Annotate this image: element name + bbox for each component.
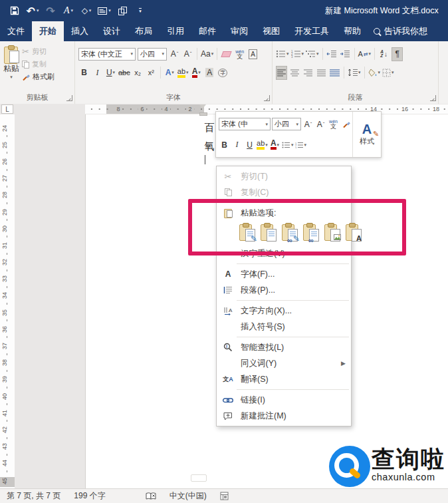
proofing-status-icon[interactable] bbox=[139, 492, 163, 500]
tab-insert[interactable]: 插入 bbox=[64, 21, 96, 41]
mini-format-painter-button[interactable] bbox=[340, 117, 352, 131]
vertical-ruler[interactable]: 2425262728293031323334353637383940414243… bbox=[0, 114, 15, 489]
enclose-characters-button[interactable]: 字 bbox=[217, 66, 229, 80]
customize-qat-icon[interactable]: ▾ bbox=[132, 3, 148, 19]
font-dialog-launcher[interactable] bbox=[264, 95, 270, 101]
align-left-button[interactable] bbox=[276, 66, 287, 80]
line-spacing-button[interactable]: ▾ bbox=[348, 66, 361, 80]
smart-lookup-icon: i bbox=[221, 343, 235, 352]
character-shading-button[interactable]: A bbox=[204, 66, 215, 80]
multilevel-list-button[interactable]: ▾ bbox=[306, 47, 319, 61]
strikethrough-button[interactable]: abc bbox=[118, 66, 130, 80]
menu-item-new-comment[interactable]: 新建批注(M) bbox=[217, 408, 351, 424]
draw-icon[interactable]: A▾ bbox=[60, 3, 76, 19]
shading-button[interactable]: ▾ bbox=[368, 66, 381, 80]
grow-font-button[interactable]: Aˆ bbox=[169, 47, 180, 61]
undo-icon[interactable]: ↶▾ bbox=[25, 3, 41, 19]
tab-references[interactable]: 引用 bbox=[160, 21, 191, 41]
decrease-indent-button[interactable] bbox=[326, 47, 338, 61]
ruler-number: 42 bbox=[0, 421, 15, 438]
mini-underline-button[interactable]: U bbox=[244, 138, 255, 152]
clipboard-dialog-launcher[interactable] bbox=[66, 95, 72, 101]
superscript-button[interactable]: x² bbox=[146, 66, 157, 80]
ruler-number: 6 bbox=[138, 104, 146, 114]
bullet-list-icon bbox=[276, 50, 286, 58]
justify-button[interactable] bbox=[316, 66, 327, 80]
tab-view[interactable]: 视图 bbox=[255, 21, 287, 41]
highlight-color-button[interactable]: ab▾ bbox=[177, 66, 189, 80]
show-hide-marks-button[interactable]: ¶ bbox=[392, 47, 403, 61]
save-icon[interactable] bbox=[7, 3, 23, 19]
font-group: 宋体 (中文正▾ 小四▾ Aˆ Aˇ Aa▾ wén文 A B I U▾ abc… bbox=[75, 41, 273, 104]
language-indicator[interactable]: 中文(中国) bbox=[163, 490, 213, 502]
word-count[interactable]: 199 个字 bbox=[67, 490, 112, 502]
increase-indent-button[interactable] bbox=[340, 47, 351, 61]
page-indicator[interactable]: 第 7 页, 共 7 页 bbox=[0, 490, 67, 502]
shapes-icon[interactable]: ◇▾ bbox=[78, 3, 94, 19]
svg-text:i: i bbox=[226, 344, 227, 349]
align-right-button[interactable] bbox=[302, 66, 314, 80]
mini-font-size-combo[interactable]: 小四▾ bbox=[272, 118, 301, 130]
mini-font-color-button[interactable]: A▾ bbox=[269, 138, 280, 152]
mini-numbering-button[interactable]: 123▾ bbox=[295, 138, 307, 152]
tab-layout[interactable]: 布局 bbox=[128, 21, 160, 41]
mini-italic-button[interactable]: I bbox=[231, 138, 243, 152]
underline-button[interactable]: U▾ bbox=[105, 66, 116, 80]
document-text[interactable]: 氧 bbox=[203, 140, 215, 153]
borders-button[interactable]: ▾ bbox=[382, 66, 394, 80]
mini-bullets-button[interactable]: ▾ bbox=[282, 138, 294, 152]
clear-formatting-button[interactable] bbox=[221, 47, 232, 61]
tab-file[interactable]: 文件 bbox=[0, 21, 32, 41]
bullets-button[interactable]: ▾ bbox=[276, 47, 289, 61]
bold-button[interactable]: B bbox=[78, 66, 90, 80]
align-center-button[interactable] bbox=[289, 66, 300, 80]
italic-button[interactable]: I bbox=[92, 66, 103, 80]
shrink-font-button[interactable]: Aˇ bbox=[182, 47, 193, 61]
distribute-button[interactable] bbox=[329, 66, 340, 80]
mini-shrink-font-button[interactable]: Aˇ bbox=[315, 117, 326, 131]
styles-button[interactable]: A 样式 bbox=[352, 112, 381, 157]
mini-grow-font-button[interactable]: Aˆ bbox=[302, 117, 314, 131]
mini-font-name-combo[interactable]: 宋体 (中▾ bbox=[219, 118, 271, 130]
tab-developer[interactable]: 开发工具 bbox=[287, 21, 336, 41]
menu-item-synonyms[interactable]: 同义词(Y)▶ bbox=[217, 355, 351, 371]
sort-button[interactable]: AZ↓ bbox=[378, 47, 390, 61]
format-painter-button[interactable]: 格式刷 bbox=[22, 72, 55, 82]
paragraph-dialog-launcher[interactable] bbox=[430, 95, 436, 101]
font-color-button[interactable]: A▾ bbox=[191, 66, 202, 80]
tab-home[interactable]: 开始 bbox=[32, 21, 64, 41]
menu-item-translate[interactable]: 文A翻译(S) bbox=[217, 371, 351, 387]
mini-phonetic-guide-button[interactable]: wén文 bbox=[328, 117, 339, 131]
menu-item-insert-symbol[interactable]: 插入符号(S) bbox=[217, 319, 351, 335]
phonetic-guide-button[interactable]: wén文 bbox=[234, 47, 245, 61]
ruler-number: 29 bbox=[0, 204, 15, 220]
font-size-combo[interactable]: 小四▾ bbox=[138, 48, 167, 61]
change-case-button[interactable]: Aa▾ bbox=[201, 47, 213, 61]
left-indent-marker[interactable] bbox=[199, 112, 207, 116]
menu-item-font[interactable]: A字体(F)... bbox=[217, 266, 351, 282]
tell-me-search[interactable]: 告诉我你想 bbox=[368, 21, 433, 41]
menu-item-cut[interactable]: ✂剪切(T) bbox=[217, 168, 351, 184]
tab-review[interactable]: 审阅 bbox=[223, 21, 255, 41]
menu-item-text-direction[interactable]: A文字方向(X)... bbox=[217, 303, 351, 319]
menu-item-smart-lookup[interactable]: i智能查找(L) bbox=[217, 339, 351, 355]
mini-highlight-button[interactable]: ab▾ bbox=[257, 138, 268, 152]
numbering-button[interactable]: 123▾ bbox=[291, 47, 304, 61]
tab-stop-selector[interactable]: L bbox=[1, 104, 13, 114]
subscript-button[interactable]: x₂ bbox=[132, 66, 144, 80]
menu-item-paragraph[interactable]: 段落(P)... bbox=[217, 282, 351, 298]
tab-mailings[interactable]: 邮件 bbox=[191, 21, 223, 41]
document-text[interactable]: 百 bbox=[203, 122, 215, 134]
switch-window-icon[interactable] bbox=[114, 3, 130, 19]
text-effects-button[interactable]: A▾ bbox=[164, 66, 175, 80]
picture-frame-icon[interactable]: ▾ bbox=[96, 3, 112, 19]
asian-layout-button[interactable]: A⇄▾ bbox=[358, 47, 372, 61]
menu-item-link[interactable]: 链接(I) bbox=[217, 392, 351, 408]
mini-bold-button[interactable]: B bbox=[219, 138, 230, 152]
character-border-button[interactable]: A bbox=[247, 47, 259, 61]
menu-item-copy[interactable]: 复制(C) bbox=[217, 184, 351, 200]
tab-help[interactable]: 帮助 bbox=[336, 21, 368, 41]
font-name-combo[interactable]: 宋体 (中文正▾ bbox=[78, 48, 136, 61]
tab-design[interactable]: 设计 bbox=[96, 21, 128, 41]
insert-mode-icon[interactable] bbox=[213, 492, 235, 500]
